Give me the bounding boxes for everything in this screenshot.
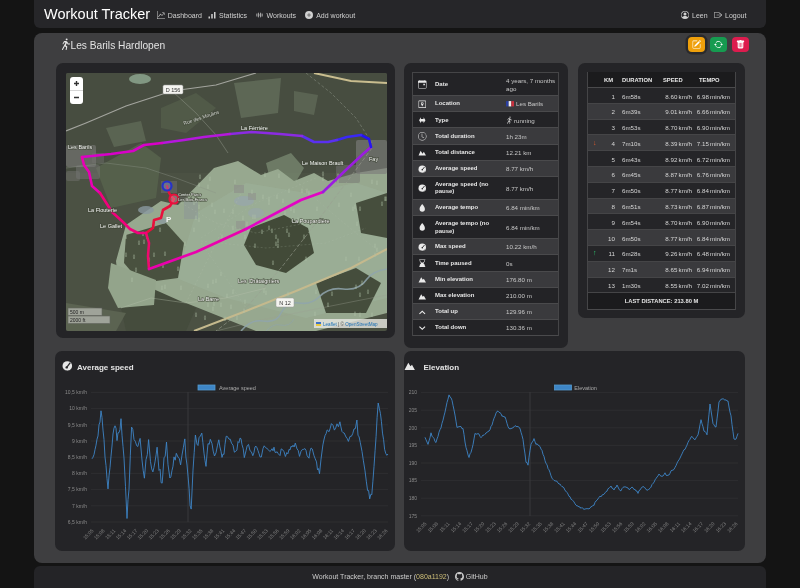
svg-text:Le Maison Brault: Le Maison Brault [302,160,344,166]
svg-text:Le Gallet: Le Gallet [100,223,122,229]
svg-text:Fay: Fay [369,156,378,162]
svg-text:N 12: N 12 [279,300,291,306]
svg-text:D 156: D 156 [166,87,181,93]
svg-text:La Férrière: La Férrière [241,125,268,131]
svg-text:Les Barils: Les Barils [68,144,92,150]
svg-text:P: P [166,215,172,224]
svg-text:Les Châtaigniers: Les Châtaigniers [238,278,280,284]
svg-text:Leaflet | © OpenStreetMap: Leaflet | © OpenStreetMap [323,321,378,327]
svg-text:Les Bois-Francs: Les Bois-Francs [178,197,207,202]
svg-text:La Flouterie: La Flouterie [88,207,117,213]
svg-text:La Poupardière: La Poupardière [292,218,330,224]
svg-text:La Barre: La Barre [198,296,219,302]
svg-text:2000 ft: 2000 ft [70,317,86,323]
svg-text:500 m: 500 m [70,309,84,315]
